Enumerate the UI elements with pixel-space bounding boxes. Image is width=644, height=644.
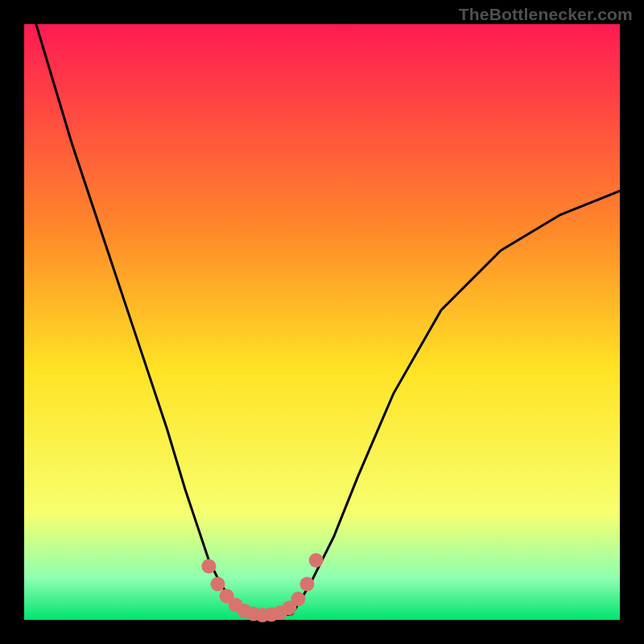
marker-dot (300, 577, 315, 592)
chart-frame: TheBottlenecker.com (0, 0, 644, 644)
plot-area (24, 24, 620, 620)
marker-dot (211, 577, 225, 592)
marker-dot (201, 559, 216, 573)
watermark-text: TheBottlenecker.com (459, 5, 633, 24)
curve-layer (24, 24, 620, 620)
highlight-markers (201, 553, 323, 622)
marker-dot (291, 592, 305, 606)
bottleneck-curve (36, 24, 620, 617)
marker-dot (309, 553, 324, 568)
